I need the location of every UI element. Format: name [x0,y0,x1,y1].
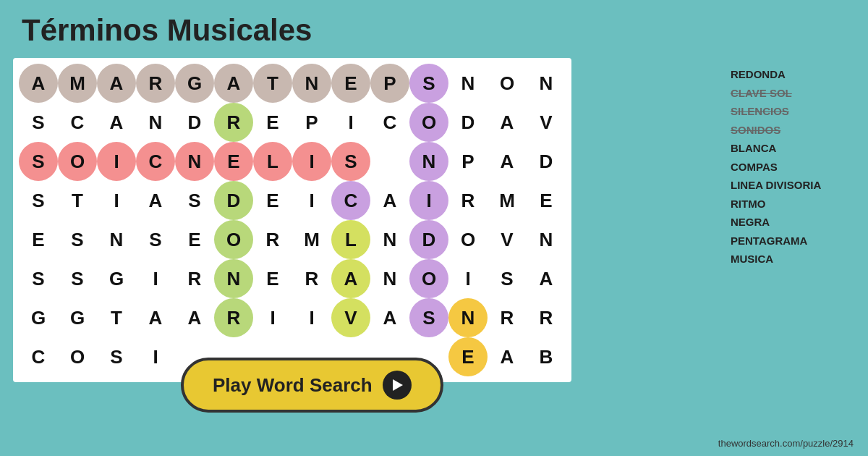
word-list-item: PENTAGRAMA [731,232,861,250]
grid-cell: M [292,220,331,259]
grid-cell: N [136,103,175,142]
word-list-item: SONIDOS [731,121,861,140]
word-list-item: REDONDA [731,65,861,84]
grid-cell: E [175,220,214,259]
grid-cell: T [253,64,292,103]
grid-cell: S [409,64,448,103]
grid-cell: E [214,142,253,181]
grid-cell [370,142,409,181]
grid-cell: N [370,259,409,298]
word-list-item: LINEA DIVISORIA [731,176,861,195]
footer-url: thewordsearch.com/puzzle/2914 [718,438,854,449]
grid-cell: T [58,181,97,220]
grid-cell: N [175,142,214,181]
play-button-label: Play Word Search [213,374,373,397]
grid-cell: S [58,259,97,298]
grid-cell: M [58,64,97,103]
grid-cell: R [136,64,175,103]
grid-cell: S [19,259,58,298]
grid-cell: S [331,142,370,181]
grid-cell: T [97,298,136,337]
grid-cell: P [370,64,409,103]
grid-cell: A [488,337,527,376]
grid-cell: B [527,337,566,376]
grid-cell: A [370,298,409,337]
grid-cell: S [488,259,527,298]
puzzle-grid: AMARGATNEPSNONSCANDREPICODAVSOICNELISNPA… [13,58,571,382]
grid-cell: N [370,220,409,259]
word-list-item: COMPAS [731,158,861,177]
grid-cell: L [253,142,292,181]
grid-cell: D [175,103,214,142]
grid-cell: S [19,103,58,142]
word-search-table: AMARGATNEPSNONSCANDREPICODAVSOICNELISNPA… [19,64,566,376]
grid-cell: O [58,142,97,181]
grid-cell: A [136,181,175,220]
grid-cell: S [58,220,97,259]
grid-cell: V [527,103,566,142]
grid-cell: O [409,103,448,142]
grid-cell: I [292,298,331,337]
grid-cell: P [448,142,488,181]
grid-cell: L [331,220,370,259]
grid-cell: C [136,142,175,181]
grid-cell: G [97,259,136,298]
grid-cell: S [97,337,136,376]
word-list-item: MUSICA [731,250,861,269]
grid-cell: D [527,142,566,181]
grid-cell: N [97,220,136,259]
grid-cell: C [370,103,409,142]
grid-cell: N [409,142,448,181]
grid-cell: D [448,103,488,142]
grid-cell: P [292,103,331,142]
grid-cell: E [253,259,292,298]
grid-cell: S [136,220,175,259]
grid-cell: N [292,64,331,103]
grid-cell: O [409,259,448,298]
play-icon [383,371,412,400]
grid-cell: R [488,298,527,337]
grid-cell: I [292,181,331,220]
grid-cell: E [331,64,370,103]
word-list-item: CLAVE SOL [731,84,861,103]
grid-cell: E [448,337,488,376]
grid-cell: A [488,103,527,142]
grid-cell: S [19,142,58,181]
grid-cell: E [253,103,292,142]
grid-cell: C [58,103,97,142]
grid-cell: O [58,337,97,376]
grid-cell: S [19,181,58,220]
grid-cell: R [214,298,253,337]
grid-cell: N [448,64,488,103]
grid-cell: A [136,298,175,337]
grid-cell: R [253,220,292,259]
grid-cell: S [409,298,448,337]
grid-cell: E [527,181,566,220]
grid-cell: A [488,142,527,181]
word-list-item: NEGRA [731,213,861,232]
grid-cell: R [527,298,566,337]
grid-cell: A [97,103,136,142]
grid-cell: G [19,298,58,337]
grid-cell: R [448,181,488,220]
grid-cell: N [448,298,488,337]
grid-cell: E [19,220,58,259]
grid-cell: V [488,220,527,259]
grid-cell: E [253,181,292,220]
grid-cell: C [19,337,58,376]
grid-cell: M [488,181,527,220]
play-word-search-button[interactable]: Play Word Search [181,358,443,413]
grid-cell: O [214,220,253,259]
grid-cell: A [97,64,136,103]
grid-cell: A [214,64,253,103]
grid-cell: I [448,259,488,298]
grid-cell: R [214,103,253,142]
word-list-item: SILENCIOS [731,102,861,121]
grid-cell: A [527,259,566,298]
grid-cell: A [370,181,409,220]
word-list-item: RITMO [731,195,861,214]
grid-cell: D [409,220,448,259]
grid-cell: N [527,220,566,259]
grid-cell: O [488,64,527,103]
grid-cell: I [136,337,175,376]
